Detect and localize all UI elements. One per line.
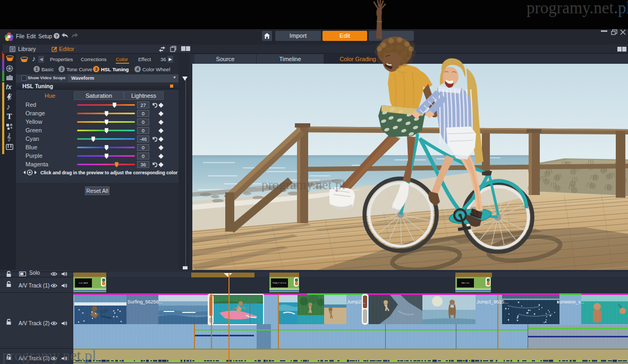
svg-text:programy.net.pl: programy.net.pl bbox=[261, 177, 345, 192]
